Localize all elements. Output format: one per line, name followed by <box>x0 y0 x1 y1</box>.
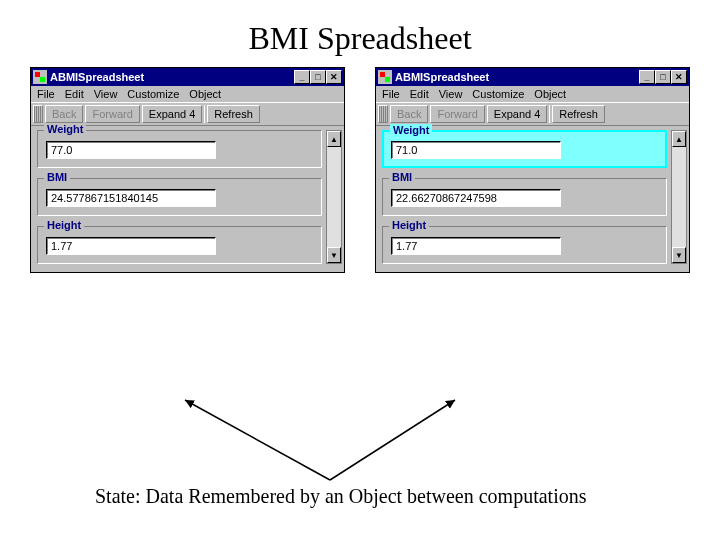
menu-edit[interactable]: Edit <box>410 88 429 100</box>
bmi-group: BMI 24.577867151840145 <box>37 178 322 216</box>
app-icon <box>33 70 47 84</box>
menu-view[interactable]: View <box>94 88 118 100</box>
toolbar-divider <box>549 105 550 123</box>
weight-label: Weight <box>44 123 86 135</box>
height-label: Height <box>389 219 429 231</box>
scroll-down-icon[interactable]: ▼ <box>672 247 686 263</box>
height-label: Height <box>44 219 84 231</box>
window-title: ABMISpreadsheet <box>50 71 294 83</box>
weight-label: Weight <box>390 124 432 136</box>
toolbar-grip <box>378 105 388 123</box>
bmi-field[interactable]: 22.66270867247598 <box>391 189 561 207</box>
menu-edit[interactable]: Edit <box>65 88 84 100</box>
forward-button[interactable]: Forward <box>430 105 484 123</box>
height-group: Height 1.77 <box>37 226 322 264</box>
height-field[interactable]: 1.77 <box>391 237 561 255</box>
menu-object[interactable]: Object <box>534 88 566 100</box>
bmi-label: BMI <box>389 171 415 183</box>
toolbar-grip <box>33 105 43 123</box>
svg-line-0 <box>185 400 330 480</box>
height-group: Height 1.77 <box>382 226 667 264</box>
menu-file[interactable]: File <box>382 88 400 100</box>
titlebar: ABMISpreadsheet _ □ ✕ <box>31 68 344 86</box>
toolbar-divider <box>204 105 205 123</box>
app-icon <box>378 70 392 84</box>
minimize-button[interactable]: _ <box>639 70 655 84</box>
forward-button[interactable]: Forward <box>85 105 139 123</box>
menu-file[interactable]: File <box>37 88 55 100</box>
bmi-field[interactable]: 24.577867151840145 <box>46 189 216 207</box>
svg-line-1 <box>330 400 455 480</box>
scroll-up-icon[interactable]: ▲ <box>672 131 686 147</box>
weight-field[interactable]: 71.0 <box>391 141 561 159</box>
back-button[interactable]: Back <box>390 105 428 123</box>
menubar: File Edit View Customize Object <box>376 86 689 102</box>
maximize-button[interactable]: □ <box>655 70 671 84</box>
bmi-group: BMI 22.66270867247598 <box>382 178 667 216</box>
menubar: File Edit View Customize Object <box>31 86 344 102</box>
window-title: ABMISpreadsheet <box>395 71 639 83</box>
titlebar: ABMISpreadsheet _ □ ✕ <box>376 68 689 86</box>
menu-customize[interactable]: Customize <box>127 88 179 100</box>
window-right: ABMISpreadsheet _ □ ✕ File Edit View Cus… <box>375 67 690 273</box>
weight-group: Weight 77.0 <box>37 130 322 168</box>
refresh-button[interactable]: Refresh <box>552 105 605 123</box>
scroll-up-icon[interactable]: ▲ <box>327 131 341 147</box>
expand-button[interactable]: Expand 4 <box>142 105 202 123</box>
menu-view[interactable]: View <box>439 88 463 100</box>
minimize-button[interactable]: _ <box>294 70 310 84</box>
scroll-track[interactable] <box>672 147 686 247</box>
annotation-arrows <box>125 395 505 495</box>
expand-button[interactable]: Expand 4 <box>487 105 547 123</box>
slide-caption: State: Data Remembered by an Object betw… <box>95 485 587 508</box>
scroll-down-icon[interactable]: ▼ <box>327 247 341 263</box>
menu-customize[interactable]: Customize <box>472 88 524 100</box>
slide-title: BMI Spreadsheet <box>0 0 720 67</box>
toolbar: Back Forward Expand 4 Refresh <box>376 102 689 126</box>
window-left: ABMISpreadsheet _ □ ✕ File Edit View Cus… <box>30 67 345 273</box>
scrollbar[interactable]: ▲ ▼ <box>671 130 687 264</box>
back-button[interactable]: Back <box>45 105 83 123</box>
bmi-label: BMI <box>44 171 70 183</box>
scrollbar[interactable]: ▲ ▼ <box>326 130 342 264</box>
maximize-button[interactable]: □ <box>310 70 326 84</box>
close-button[interactable]: ✕ <box>671 70 687 84</box>
weight-group: Weight 71.0 <box>382 130 667 168</box>
scroll-track[interactable] <box>327 147 341 247</box>
weight-field[interactable]: 77.0 <box>46 141 216 159</box>
close-button[interactable]: ✕ <box>326 70 342 84</box>
height-field[interactable]: 1.77 <box>46 237 216 255</box>
refresh-button[interactable]: Refresh <box>207 105 260 123</box>
menu-object[interactable]: Object <box>189 88 221 100</box>
